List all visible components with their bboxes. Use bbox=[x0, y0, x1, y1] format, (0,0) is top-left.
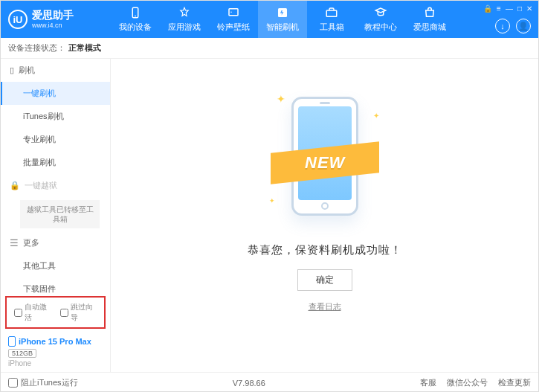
options-highlight-box: 自动激活 跳过向导 bbox=[5, 296, 106, 329]
download-button[interactable]: ↓ bbox=[495, 19, 510, 33]
footer-link[interactable]: 客服 bbox=[420, 377, 436, 388]
svg-point-3 bbox=[230, 12, 232, 13]
nav-toolbox[interactable]: 工具箱 bbox=[307, 1, 356, 38]
sidebar-section-jailbreak: 🔒 一键越狱 bbox=[1, 174, 110, 197]
shop-icon bbox=[423, 6, 436, 19]
tutorial-icon bbox=[374, 6, 387, 19]
nav-flash[interactable]: 智能刷机 bbox=[258, 1, 307, 38]
device-icon bbox=[8, 336, 16, 347]
sidebar: ▯ 刷机 一键刷机iTunes刷机专业刷机批量刷机 🔒 一键越狱 越狱工具已转移… bbox=[1, 59, 111, 372]
sidebar-section-flash[interactable]: ▯ 刷机 bbox=[1, 59, 110, 82]
svg-rect-5 bbox=[326, 10, 337, 16]
user-button[interactable]: 👤 bbox=[516, 19, 531, 33]
footer-link[interactable]: 检查更新 bbox=[498, 377, 531, 388]
toolbox-icon bbox=[325, 6, 338, 19]
window-controls: 🔒 ≡ — □ ✕ bbox=[483, 4, 532, 13]
brand-name: 爱思助手 bbox=[32, 10, 74, 21]
sidebar-item[interactable]: iTunes刷机 bbox=[1, 105, 110, 128]
ringtone-icon bbox=[227, 6, 240, 19]
lock-icon[interactable]: 🔒 bbox=[483, 4, 492, 13]
flash-icon bbox=[276, 6, 289, 19]
version-label: V7.98.66 bbox=[233, 379, 265, 388]
nav-shop[interactable]: 爱思商城 bbox=[405, 1, 454, 38]
view-log-link[interactable]: 查看日志 bbox=[309, 301, 341, 312]
nav-phone[interactable]: 我的设备 bbox=[111, 1, 160, 38]
status-value: 正常模式 bbox=[68, 42, 101, 54]
success-illustration: ✦ ✦ ✦ NEW bbox=[277, 97, 373, 227]
menu-icon[interactable]: ≡ bbox=[497, 4, 501, 13]
app-icon bbox=[178, 6, 191, 19]
minimize-icon[interactable]: — bbox=[506, 4, 513, 13]
brand-logo-icon: iU bbox=[8, 10, 28, 29]
new-ribbon: NEW bbox=[271, 141, 379, 184]
footer: 阻止iTunes运行 V7.98.66 客服微信公众号检查更新 bbox=[1, 372, 538, 392]
main-content: ✦ ✦ ✦ NEW 恭喜您，保资料刷机成功啦！ 确定 查看日志 bbox=[111, 59, 538, 372]
brand: iU 爱思助手 www.i4.cn bbox=[1, 10, 111, 29]
sidebar-item[interactable]: 其他工具 bbox=[1, 254, 110, 277]
jailbreak-note: 越狱工具已转移至工具箱 bbox=[20, 200, 100, 228]
close-icon[interactable]: ✕ bbox=[526, 4, 532, 13]
nav-ringtone[interactable]: 铃声壁纸 bbox=[209, 1, 258, 38]
skip-guide-checkbox[interactable]: 跳过向导 bbox=[60, 302, 97, 323]
nav-tutorial[interactable]: 教程中心 bbox=[356, 1, 405, 38]
sidebar-item[interactable]: 专业刷机 bbox=[1, 128, 110, 151]
app-header: iU 爱思助手 www.i4.cn 我的设备应用游戏铃声壁纸智能刷机工具箱教程中… bbox=[1, 1, 538, 38]
success-message: 恭喜您，保资料刷机成功啦！ bbox=[248, 243, 402, 257]
sidebar-item[interactable]: 批量刷机 bbox=[1, 151, 110, 174]
brand-url: www.i4.cn bbox=[32, 22, 74, 29]
block-itunes-checkbox[interactable]: 阻止iTunes运行 bbox=[8, 377, 78, 388]
status-bar: 设备连接状态： 正常模式 bbox=[1, 38, 538, 59]
footer-link[interactable]: 微信公众号 bbox=[447, 377, 488, 388]
device-info[interactable]: iPhone 15 Pro Max 512GB iPhone bbox=[1, 332, 110, 372]
sidebar-item[interactable]: 一键刷机 bbox=[1, 82, 110, 105]
lock-icon: 🔒 bbox=[10, 181, 20, 190]
device-name: iPhone 15 Pro Max bbox=[19, 337, 91, 346]
sidebar-item[interactable]: 下载固件 bbox=[1, 277, 110, 293]
auto-activate-checkbox[interactable]: 自动激活 bbox=[14, 302, 51, 323]
svg-rect-2 bbox=[229, 9, 238, 16]
ok-button[interactable]: 确定 bbox=[297, 269, 352, 291]
phone-icon: ▯ bbox=[10, 65, 14, 75]
nav-app[interactable]: 应用游戏 bbox=[160, 1, 209, 38]
top-nav: 我的设备应用游戏铃声壁纸智能刷机工具箱教程中心爱思商城 bbox=[111, 1, 454, 38]
status-label: 设备连接状态： bbox=[8, 42, 65, 54]
device-type: iPhone bbox=[8, 359, 103, 367]
more-icon: ☰ bbox=[10, 237, 19, 248]
maximize-icon[interactable]: □ bbox=[517, 4, 522, 13]
sidebar-section-more[interactable]: ☰ 更多 bbox=[1, 231, 110, 254]
phone-icon bbox=[129, 6, 142, 19]
device-storage: 512GB bbox=[8, 349, 36, 358]
